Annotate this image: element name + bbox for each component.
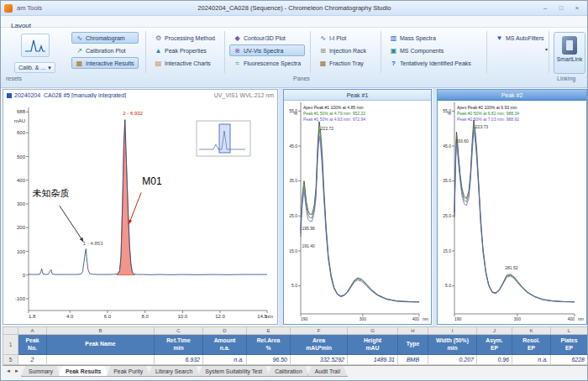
chromatogram-plot[interactable]: 1.84.06.08.010.012.014.5-100010020030040… (3, 101, 274, 322)
header-peak-no[interactable]: PeakNo. (18, 335, 47, 355)
smartlink-button[interactable]: SmartLink (554, 32, 585, 74)
pane-toggle-calibration-plot[interactable]: Calibration Plot (71, 44, 139, 56)
cell-ret-time[interactable]: 6.932 (155, 355, 203, 365)
tab-summary[interactable]: Summary (21, 366, 60, 377)
column-letter[interactable]: I (428, 327, 477, 335)
smartlink-label: SmartLink (557, 56, 583, 62)
header-resol[interactable]: Resol.EP (512, 335, 551, 355)
row-number[interactable]: 1 (3, 335, 18, 355)
column-letter[interactable]: E (247, 327, 291, 335)
column-letter[interactable]: H (398, 327, 428, 335)
cell-amount[interactable]: n.a. (203, 355, 247, 365)
column-letter[interactable]: J (477, 327, 512, 335)
header-plates[interactable]: PlatesEP (551, 335, 588, 355)
column-letter[interactable]: B (47, 327, 155, 335)
results-table: A B C D E F G H I J K L 1 PeakNo. Peak N… (3, 326, 587, 365)
pane-toggle-fraction-tray[interactable]: Fraction Tray (315, 57, 370, 69)
column-letter[interactable]: A (18, 327, 47, 335)
svg-text:15.0: 15.0 (289, 248, 297, 253)
column-letter[interactable]: L (551, 327, 588, 335)
window-title: 20240204_CA028 (Sequence) - Chromeleon C… (50, 4, 538, 12)
calib-dropdown-button[interactable]: Calib. & ... ▾ (14, 62, 55, 73)
header-ret-time[interactable]: Ret.Timemin (155, 335, 203, 355)
header-width-50[interactable]: Width (50%)min (428, 335, 477, 355)
svg-text:nm: nm (578, 316, 584, 321)
ribbon: Calib. & ... ▾ Chromatogram Calibration … (1, 28, 587, 88)
chromatogram-big-button[interactable] (21, 34, 50, 57)
chromatogram-trace-icon (24, 37, 46, 54)
column-letter[interactable]: D (203, 327, 247, 335)
svg-text:M01: M01 (142, 175, 162, 187)
column-letter[interactable]: K (512, 327, 551, 335)
ribbon-button-label: Peak Properties (165, 48, 207, 54)
column-letter[interactable]: G (348, 327, 398, 335)
cell-resol[interactable]: n.a. (512, 355, 551, 365)
minimize-button[interactable]: – (538, 3, 552, 13)
smartlink-dropdown-icon[interactable]: ▾ (545, 46, 548, 52)
close-button[interactable]: × (570, 3, 584, 13)
svg-text:25.0: 25.0 (289, 213, 297, 218)
ribbon-button-label: I-t Plot (329, 35, 346, 41)
fraction-tray-icon (319, 60, 327, 67)
header-height[interactable]: HeightmAU (348, 335, 398, 355)
tab-library-search[interactable]: Library Search (148, 366, 200, 377)
contour-3d-plot-icon (234, 34, 241, 42)
tab-calibration[interactable]: Calibration (267, 366, 310, 377)
pane-toggle-i-t-plot[interactable]: I-t Plot (315, 32, 370, 44)
tab-audit-trail[interactable]: Audit Trail (307, 366, 348, 377)
svg-text:%: % (294, 111, 298, 116)
app-window: am Tools 20240204_CA028 (Sequence) - Chr… (0, 0, 588, 381)
header-peak-name[interactable]: Peak Name (47, 335, 155, 355)
cell-asym[interactable]: 0.96 (477, 355, 512, 365)
table-header-row: 1 PeakNo. Peak Name Ret.Timemin Amountn.… (3, 335, 588, 355)
column-letter[interactable]: F (291, 327, 348, 335)
header-rel-area[interactable]: Rel.Area% (247, 335, 291, 355)
tab-system-suitability-test[interactable]: System Suitability Test (197, 366, 270, 377)
row-number[interactable]: 5 (3, 355, 18, 365)
header-area[interactable]: AreamAU*min (291, 335, 348, 355)
ribbon-button-label: Fluorescence Spectra (244, 60, 301, 66)
cell-height[interactable]: 1489.31 (348, 355, 398, 365)
pane-toggle-interactive-charts[interactable]: Interactive Charts (150, 57, 219, 69)
pane-toggle-ms-components[interactable]: MS Components (386, 44, 475, 56)
cell-peak-no[interactable]: 2 (18, 355, 47, 365)
tab-nav-next-icon[interactable]: ► (13, 366, 21, 377)
pane-toggle-ms-autofilters[interactable]: MS AutoFilters (491, 32, 549, 44)
pane-toggle-tentatively-identified-peaks[interactable]: Tentatively Identified Peaks (386, 57, 475, 69)
peak1-spectrum-plot[interactable]: 1903004005.015.025.035.045.055.0%nm222.7… (284, 101, 429, 324)
svg-text:45.0: 45.0 (289, 144, 297, 149)
ribbon-button-label: Tentatively Identified Peaks (400, 60, 471, 66)
pane-toggle-uv-vis-spectra[interactable]: UV-Vis Spectra (229, 44, 305, 56)
svg-text:Peak #2 50% at 7.03 min: 988.9: Peak #2 50% at 7.03 min: 988.92 (457, 117, 519, 122)
tab-peak-purity[interactable]: Peak Purity (106, 366, 150, 377)
column-letter-row: A B C D E F G H I J K L (3, 327, 588, 335)
svg-text:300: 300 (360, 316, 367, 321)
cell-rel-area[interactable]: 96.50 (247, 355, 291, 365)
corner-cell[interactable] (3, 327, 18, 335)
pane-toggle-mass-spectra[interactable]: Mass Spectra (386, 32, 475, 44)
maximize-button[interactable]: □ (554, 3, 568, 13)
header-amount[interactable]: Amountn.a. (203, 335, 247, 355)
peak1-pane-tab[interactable]: Peak #1 (284, 90, 431, 101)
cell-peak-name[interactable] (47, 355, 155, 365)
pane-toggle-interactive-results[interactable]: Interactive Results (71, 57, 139, 69)
ribbon-caption-panes: Panes (293, 76, 310, 81)
pane-toggle-peak-properties[interactable]: Peak Properties (150, 44, 219, 56)
cell-plates[interactable]: 6228 (551, 355, 588, 365)
cell-type[interactable]: BMB (398, 355, 428, 365)
tab-peak-results[interactable]: Peak Results (58, 366, 108, 377)
cell-width-50[interactable]: 0.207 (428, 355, 477, 365)
context-tab-tools[interactable]: am Tools (17, 4, 42, 12)
header-type[interactable]: Type (398, 335, 428, 355)
pane-toggle-contour-3d-plot[interactable]: Contour/3D Plot (229, 32, 305, 44)
peak2-spectrum-plot[interactable]: 1903004005.015.025.035.045.055.0%nm223.7… (438, 101, 585, 324)
pane-toggle-chromatogram[interactable]: Chromatogram (71, 32, 139, 44)
cell-area[interactable]: 332.5292 (291, 355, 348, 365)
tab-nav-prev-icon[interactable]: ◄ (4, 366, 13, 377)
pane-toggle-processing-method[interactable]: Processing Method (150, 32, 219, 44)
pane-toggle-fluorescence-spectra[interactable]: Fluorescence Spectra (229, 57, 305, 69)
pane-toggle-injection-rack[interactable]: Injection Rack (315, 44, 370, 56)
header-asym[interactable]: Asym.EP (477, 335, 512, 355)
column-letter[interactable]: C (155, 327, 203, 335)
peak2-pane-tab[interactable]: Peak #2 (438, 90, 586, 101)
